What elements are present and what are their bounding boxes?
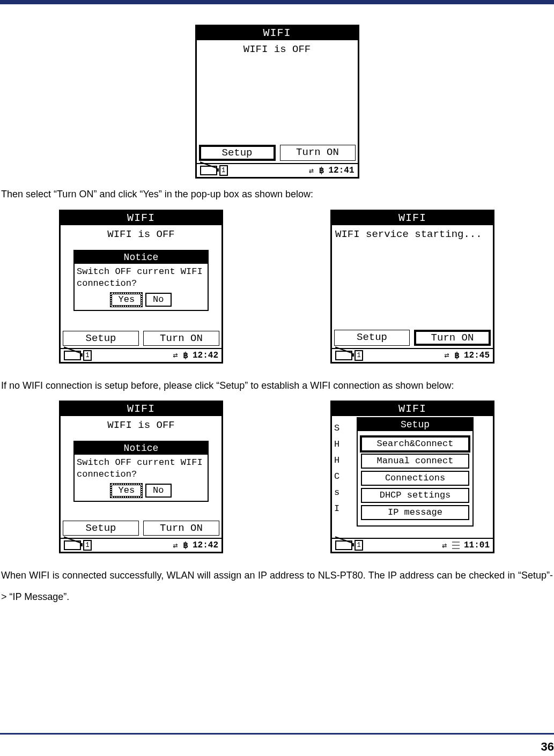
signal-indicator: 1 [83, 350, 92, 361]
setup-menu-list: Search&Connect Manual connect Connection… [358, 431, 472, 525]
setup-menu-title: Setup [358, 418, 472, 431]
clock-text: 12:42 [193, 351, 218, 360]
notice-no-button[interactable]: No [145, 293, 171, 307]
clock-text: 11:01 [464, 540, 490, 550]
instruction-paragraph-3: When WIFI is connected successfully, WLA… [0, 565, 554, 607]
turn-on-button[interactable]: Turn ON [414, 330, 491, 346]
signal-indicator: 1 [354, 540, 363, 551]
network-icon: ⇄ [309, 166, 315, 176]
setup-item-search-connect[interactable]: Search&Connect [361, 436, 469, 451]
turn-on-button[interactable]: Turn ON [143, 521, 219, 536]
battery-icon [335, 540, 352, 550]
clock-text: 12:45 [464, 351, 490, 360]
battery-icon [64, 540, 81, 550]
setup-item-ip-message[interactable]: IP message [361, 505, 469, 520]
device-screen-1: WIFI WIFI is OFF Setup Turn ON 1 ⇄ ฿ 12:… [195, 25, 359, 179]
network-icon: ⇄ [173, 540, 179, 551]
instruction-paragraph-1: Then select “Turn ON” and click “Yes” in… [0, 184, 554, 205]
page-bottom-bar [0, 733, 554, 735]
status-bar: 1 ⇄ ฿ 12:41 [197, 163, 358, 177]
battery-icon [200, 166, 217, 175]
status-bar: 1 ⇄ 11:01 [332, 538, 493, 552]
device-screen-2a: WIFI WIFI is OFF Notice Switch OFF curre… [59, 210, 223, 364]
setup-item-manual-connect[interactable]: Manual connect [361, 454, 469, 469]
instruction-paragraph-2: If no WIFI connection is setup before, p… [0, 375, 554, 397]
status-bar: 1 ⇄ ฿ 12:42 [61, 348, 221, 362]
clock-text: 12:42 [193, 540, 218, 550]
screen-title: WIFI [332, 211, 493, 225]
turn-on-button[interactable]: Turn ON [280, 145, 356, 161]
setup-button[interactable]: Setup [63, 521, 139, 536]
setup-menu-popup: Setup Search&Connect Manual connect Conn… [357, 417, 474, 527]
setup-item-dhcp-settings[interactable]: DHCP settings [361, 488, 469, 503]
bluetooth-icon: ฿ [183, 350, 188, 361]
notice-popup: Notice Switch OFF current WIFI connectio… [73, 441, 209, 502]
notice-title: Notice [75, 442, 208, 455]
device-screen-3a: WIFI WIFI is OFF Notice Switch OFF curre… [59, 401, 223, 553]
setup-item-connections[interactable]: Connections [361, 471, 469, 486]
bluetooth-icon: ฿ [319, 165, 324, 176]
notice-yes-button[interactable]: Yes [110, 484, 142, 498]
signal-indicator: 1 [83, 540, 92, 551]
signal-indicator: 1 [354, 350, 363, 361]
screen-title: WIFI [197, 26, 358, 40]
network-icon: ⇄ [442, 540, 448, 551]
network-icon: ⇄ [173, 350, 179, 360]
network-icon: ⇄ [444, 350, 450, 360]
wifi-status-text: WIFI service starting... [332, 225, 493, 240]
status-bar: 1 ⇄ ฿ 12:42 [61, 538, 221, 552]
notice-yes-button[interactable]: Yes [110, 293, 142, 307]
notice-title: Notice [75, 251, 208, 264]
notice-body: Switch OFF current WIFI connection? [75, 455, 208, 484]
setup-button[interactable]: Setup [63, 331, 139, 346]
notice-body: Switch OFF current WIFI connection? [75, 264, 208, 293]
turn-on-button[interactable]: Turn ON [143, 331, 219, 346]
bluetooth-icon: ฿ [183, 540, 188, 551]
wifi-bars-icon [452, 542, 460, 549]
signal-indicator: 1 [219, 165, 228, 176]
setup-button[interactable]: Setup [199, 145, 276, 161]
page-number: 36 [541, 740, 554, 754]
notice-no-button[interactable]: No [145, 484, 171, 498]
device-screen-2b: WIFI WIFI service starting... Setup Turn… [330, 210, 494, 364]
wifi-status-text: WIFI is OFF [61, 416, 221, 431]
notice-popup: Notice Switch OFF current WIFI connectio… [73, 250, 209, 311]
status-bar: 1 ⇄ ฿ 12:45 [332, 348, 493, 362]
battery-icon [335, 351, 352, 360]
setup-button[interactable]: Setup [334, 330, 410, 346]
screen-title: WIFI [61, 211, 221, 225]
clock-text: 12:41 [328, 166, 354, 175]
screen-title: WIFI [61, 402, 221, 416]
background-glyphs: S H H C s I [334, 420, 339, 517]
screen-title: WIFI [332, 402, 493, 416]
bluetooth-icon: ฿ [454, 350, 460, 361]
page-top-bar [0, 0, 554, 4]
device-screen-3b: WIFI S H H C s I Setup Search&Connect Ma… [330, 401, 494, 553]
wifi-status-text: WIFI is OFF [197, 40, 358, 55]
wifi-status-text: WIFI is OFF [61, 225, 221, 240]
battery-icon [64, 351, 81, 360]
